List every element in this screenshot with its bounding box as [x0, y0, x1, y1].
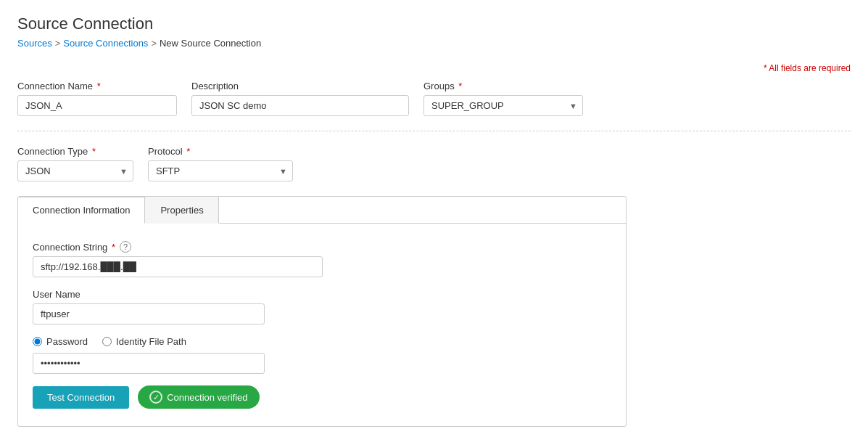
protocol-label: Protocol * — [148, 146, 293, 157]
page-wrapper: Source Connection Sources > Source Conne… — [0, 0, 868, 445]
breadcrumb-current: New Source Connection — [160, 38, 261, 49]
breadcrumb-sources[interactable]: Sources — [17, 38, 52, 49]
tabs-container: Connection Information Properties Connec… — [17, 196, 627, 427]
username-section: User Name — [33, 289, 611, 324]
required-star-protocol: * — [184, 146, 191, 157]
connection-type-group: Connection Type * JSON ▼ — [17, 146, 133, 181]
conn-string-help-icon[interactable]: ? — [120, 241, 131, 253]
form-row-1: Connection Name * Description Groups * S… — [17, 81, 851, 116]
groups-select[interactable]: SUPER_GROUP — [423, 95, 583, 116]
conn-string-label: Connection String * — [33, 242, 115, 253]
auth-section: Password Identity File Path — [33, 336, 611, 374]
required-star-conn-type: * — [89, 146, 96, 157]
breadcrumb: Sources > Source Connections > New Sourc… — [17, 38, 851, 49]
groups-group: Groups * SUPER_GROUP ▼ — [423, 81, 583, 116]
breadcrumb-sep1: > — [55, 38, 61, 49]
test-connection-button[interactable]: Test Connection — [33, 386, 129, 409]
username-input[interactable] — [33, 303, 265, 324]
connection-name-group: Connection Name * — [17, 81, 177, 116]
connection-string-input[interactable] — [33, 256, 323, 277]
connection-type-select[interactable]: JSON — [17, 160, 133, 181]
description-input[interactable] — [191, 95, 409, 116]
required-star-groups: * — [456, 81, 463, 91]
password-radio[interactable] — [33, 337, 42, 346]
description-group: Description — [191, 81, 409, 116]
groups-label: Groups * — [423, 81, 583, 91]
form-row-2: Connection Type * JSON ▼ Protocol * SFTP — [17, 146, 851, 181]
identity-radio[interactable] — [102, 337, 112, 346]
description-label: Description — [191, 81, 409, 91]
main-content: Source Connection Sources > Source Conne… — [0, 0, 868, 445]
groups-select-wrapper: SUPER_GROUP ▼ — [423, 95, 583, 116]
protocol-select-wrapper: SFTP ▼ — [148, 160, 293, 181]
identity-radio-option[interactable]: Identity File Path — [102, 336, 186, 347]
breadcrumb-sep2: > — [151, 38, 157, 49]
connection-verified-button[interactable]: ✓ Connection verified — [138, 385, 259, 409]
required-note: * All fields are required — [17, 63, 851, 73]
protocol-group: Protocol * SFTP ▼ — [148, 146, 293, 181]
connection-name-input[interactable] — [17, 95, 177, 116]
required-star-name: * — [94, 81, 101, 91]
divider-1 — [17, 131, 851, 131]
required-star-conn-str: * — [109, 242, 115, 253]
connection-type-select-wrapper: JSON ▼ — [17, 160, 133, 181]
tabs-header: Connection Information Properties — [18, 197, 626, 224]
tab-properties[interactable]: Properties — [145, 197, 218, 224]
protocol-select[interactable]: SFTP — [148, 160, 293, 181]
tabs-content: Connection String * ? User Name — [18, 224, 626, 426]
password-radio-option[interactable]: Password — [33, 336, 88, 347]
connection-type-label: Connection Type * — [17, 146, 133, 157]
tab-connection-info[interactable]: Connection Information — [18, 197, 145, 224]
connection-verified-label: Connection verified — [167, 392, 247, 403]
conn-string-label-row: Connection String * ? — [33, 241, 611, 253]
check-circle-icon: ✓ — [149, 391, 162, 404]
password-input[interactable] — [33, 353, 265, 374]
radio-group: Password Identity File Path — [33, 336, 611, 347]
breadcrumb-source-connections[interactable]: Source Connections — [63, 38, 148, 49]
username-label: User Name — [33, 289, 611, 300]
conn-string-section: Connection String * ? — [33, 241, 611, 277]
page-title: Source Connection — [17, 15, 851, 33]
btn-row: Test Connection ✓ Connection verified — [33, 385, 611, 409]
connection-name-label: Connection Name * — [17, 81, 177, 91]
